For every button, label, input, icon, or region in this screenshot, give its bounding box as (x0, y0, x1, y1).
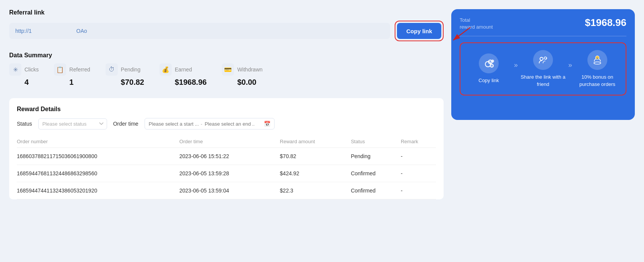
clicks-label: Clicks (24, 66, 39, 73)
svg-point-11 (594, 62, 601, 64)
date-separator: - (201, 121, 202, 127)
cell-remark: - (401, 165, 436, 182)
table-row: 1686037882117150360619008002023-06-06 15… (17, 148, 436, 165)
order-time-filter-label: Order time (113, 121, 138, 127)
date-end-input[interactable] (205, 121, 254, 127)
pending-value: $70.82 (106, 78, 144, 87)
reward-card-amount: $1968.96 (585, 17, 626, 29)
reward-card-divider (460, 36, 626, 36)
svg-line-1 (453, 27, 470, 40)
cell-order_time: 2023-06-05 13:59:28 (179, 165, 280, 182)
referred-label: Referred (69, 66, 90, 73)
pending-label: Pending (121, 66, 140, 73)
withdrawn-label: Withdrawn (237, 66, 262, 73)
bonus-step-icon: $ (587, 50, 607, 70)
reward-card: Total reward amount $1968.96 (451, 9, 635, 120)
reward-steps-box: Copy link » Share the link with a friend… (460, 42, 626, 95)
copy-link-button[interactable]: Copy link (397, 23, 441, 39)
cell-remark: - (401, 148, 436, 165)
col-remark: Remark (401, 136, 436, 148)
status-select-wrapper: Please select status Pending Confirmed (38, 118, 107, 129)
step-share-label: Share the link with a friend (519, 74, 567, 87)
step-arrow-1: » (514, 61, 518, 77)
cell-order_time: 2023-06-05 13:59:04 (179, 182, 280, 199)
earned-label: Earned (175, 66, 192, 73)
calendar-icon[interactable]: 📅 (264, 121, 270, 127)
cell-order_time: 2023-06-06 15:51:22 (179, 148, 280, 165)
reward-details-title: Reward Details (17, 106, 436, 113)
cell-status: Pending (351, 148, 401, 165)
earned-value: $1968.96 (159, 78, 207, 87)
col-order-number: Order number (17, 136, 179, 148)
copy-link-btn-box: Copy link (395, 21, 444, 41)
step-arrow-2: » (568, 61, 572, 77)
cell-reward_amount: $424.92 (280, 165, 351, 182)
status-filter-label: Status (17, 121, 32, 127)
clicks-icon: ✳ (9, 63, 21, 76)
cell-order_number: 168594476811324486863298560 (17, 165, 179, 182)
reward-table: Order number Order time Reward amount St… (17, 136, 436, 199)
svg-point-9 (540, 57, 543, 60)
withdrawn-value: $0.00 (222, 78, 262, 87)
col-reward-amount: Reward amount (280, 136, 351, 148)
share-step-icon (533, 50, 553, 70)
data-summary-section: Data Summary ✳ Clicks 4 📋 Referred 1 (9, 52, 444, 87)
step-copy-label: Copy link (478, 77, 499, 84)
copy-step-icon (479, 53, 499, 73)
step-share: Share the link with a friend (519, 50, 567, 87)
cell-status: Confirmed (351, 182, 401, 199)
referral-link-section: Referral link Copy link (9, 9, 444, 41)
pending-icon: ⏱ (106, 63, 118, 76)
referral-row: Copy link (9, 21, 444, 41)
earned-icon: 💰 (159, 63, 172, 76)
referral-link-title: Referral link (9, 9, 444, 16)
arrow-annotation (444, 24, 474, 47)
reward-card-header: Total reward amount $1968.96 (460, 17, 626, 31)
table-row: 1685944744113243860532019202023-06-05 13… (17, 182, 436, 199)
referred-value: 1 (54, 78, 90, 87)
stats-row: ✳ Clicks 4 📋 Referred 1 ⏱ Pending (9, 63, 444, 87)
cell-reward_amount: $70.82 (280, 148, 351, 165)
step-bonus: $ 10% bonus on purchase orders (574, 50, 621, 87)
referral-link-input[interactable] (9, 23, 390, 39)
copy-link-btn-wrapper: Copy link (395, 21, 444, 41)
reward-details-section: Reward Details Status Please select stat… (9, 98, 444, 199)
step-bonus-label: 10% bonus on purchase orders (574, 74, 621, 87)
cell-status: Confirmed (351, 165, 401, 182)
cell-remark: - (401, 182, 436, 199)
date-start-input[interactable] (149, 121, 198, 127)
col-status: Status (351, 136, 401, 148)
stat-referred: 📋 Referred 1 (54, 63, 105, 87)
stat-clicks: ✳ Clicks 4 (9, 63, 54, 87)
filter-row: Status Please select status Pending Conf… (17, 118, 436, 129)
step-copy: Copy link (465, 53, 512, 84)
status-select[interactable]: Please select status Pending Confirmed (38, 118, 107, 129)
col-order-time: Order time (179, 136, 280, 148)
cell-order_number: 168603788211715036061900800 (17, 148, 179, 165)
date-range-wrapper: - 📅 (145, 118, 275, 129)
stat-withdrawn: 💳 Withdrawn $0.00 (222, 63, 278, 87)
clicks-value: 4 (9, 78, 39, 87)
stat-pending: ⏱ Pending $70.82 (106, 63, 159, 87)
svg-point-4 (490, 64, 493, 67)
withdrawn-icon: 💳 (222, 63, 234, 76)
cell-reward_amount: $22.3 (280, 182, 351, 199)
table-row: 1685944768113244868632985602023-06-05 13… (17, 165, 436, 182)
cell-order_number: 168594474411324386053201920 (17, 182, 179, 199)
data-summary-title: Data Summary (9, 52, 444, 59)
referred-icon: 📋 (54, 63, 66, 76)
stat-earned: 💰 Earned $1968.96 (159, 63, 222, 87)
table-header-row: Order number Order time Reward amount St… (17, 136, 436, 148)
